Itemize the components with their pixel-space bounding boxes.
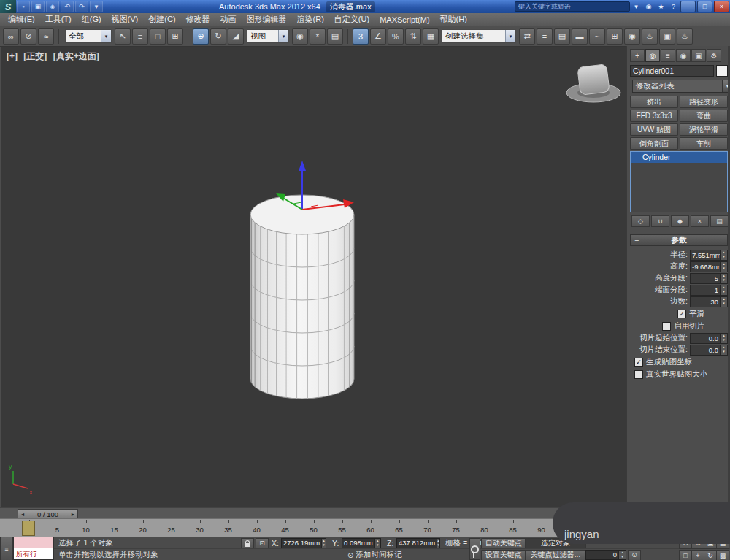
search-input[interactable]	[515, 1, 630, 12]
3dsmax-logo-icon[interactable]: S	[0, 0, 16, 13]
rectangular-selection-region-icon[interactable]: □	[150, 28, 166, 45]
height-field[interactable]: -9.668mm	[690, 261, 728, 272]
hierarchy-tab[interactable]: ≡	[661, 49, 675, 62]
radius-field[interactable]: 7.551mm	[690, 250, 728, 261]
object-color-swatch[interactable]	[716, 65, 728, 77]
schematic-view-icon[interactable]: ⊞	[607, 28, 623, 45]
select-and-manipulate-icon[interactable]: *	[310, 28, 326, 45]
bind-to-space-warp-icon[interactable]: ≈	[38, 28, 54, 45]
spinner[interactable]	[720, 297, 727, 307]
current-frame-field[interactable]: 0	[585, 550, 626, 560]
timeline-ruler[interactable]: 0510152025303540455055606570758085909510…	[0, 518, 626, 538]
time-slider-handle[interactable]: 0 / 100	[18, 509, 78, 519]
pan-icon[interactable]: +	[691, 550, 704, 560]
render-production-icon[interactable]: ♨	[677, 28, 693, 45]
favorites-icon[interactable]: ★	[656, 2, 666, 12]
curve-editor-icon[interactable]: ~	[589, 28, 605, 45]
selection-lock-toggle[interactable]	[241, 538, 254, 549]
sign-in-icon[interactable]: ◉	[643, 2, 654, 12]
select-object-icon[interactable]: ↖	[115, 28, 131, 45]
key-filters-button[interactable]: 关键点过滤器...	[525, 550, 586, 560]
height-segments-field[interactable]: 5	[690, 273, 728, 284]
modifier-set-button[interactable]: 车削	[680, 137, 728, 150]
dropdown-arrow-icon[interactable]	[101, 30, 111, 42]
menu-item[interactable]: 创建(C)	[143, 13, 180, 26]
maxscript-listener-icon[interactable]: ≡	[0, 537, 13, 560]
spinner[interactable]	[618, 551, 626, 559]
field-of-view-icon[interactable]: □	[679, 550, 692, 560]
create-tab[interactable]: +	[630, 49, 645, 62]
timeline-current-frame-handle[interactable]	[22, 521, 35, 536]
edit-named-selection-sets-icon[interactable]: ▦	[423, 28, 439, 45]
keyboard-shortcut-override-icon[interactable]: ▤	[327, 28, 343, 45]
spinner[interactable]	[720, 334, 727, 343]
menu-item[interactable]: 组(G)	[77, 13, 107, 26]
cap-segments-field[interactable]: 1	[690, 285, 728, 296]
snaps-toggle-icon[interactable]: 3	[353, 28, 369, 45]
new-scene-icon[interactable]: ▫	[17, 1, 30, 12]
search-dropdown-icon[interactable]: ▾	[631, 2, 642, 12]
cylinder-object[interactable]	[250, 215, 354, 399]
spinner-snap-toggle-icon[interactable]: ⇅	[405, 28, 421, 45]
viewport-pov-menu[interactable]: [正交]	[23, 51, 47, 61]
menu-item[interactable]: 渲染(R)	[292, 13, 329, 26]
auto-key-button[interactable]: 自动关键点	[481, 538, 526, 549]
x-coord-field[interactable]: 2726.19mm	[281, 538, 326, 548]
select-and-move-icon[interactable]: ⊕	[193, 28, 209, 45]
menu-item[interactable]: 视图(V)	[107, 13, 144, 26]
minimize-button[interactable]: –	[680, 1, 696, 12]
y-coord-field[interactable]: 0.098mm	[342, 538, 381, 548]
dropdown-arrow-icon[interactable]	[505, 30, 515, 42]
select-and-link-icon[interactable]: ∞	[3, 28, 19, 45]
real-world-map-size-checkbox[interactable]	[634, 370, 643, 379]
modifier-set-button[interactable]: 路径变形	[680, 96, 728, 108]
parameters-rollout-header[interactable]: − 参数	[630, 234, 728, 246]
select-and-rotate-icon[interactable]: ↻	[210, 28, 226, 45]
open-file-icon[interactable]: ▣	[31, 1, 45, 12]
menu-item[interactable]: 编辑(E)	[3, 13, 40, 26]
absolute-offset-toggle[interactable]: ⊡	[256, 538, 269, 549]
menu-item[interactable]: 工具(T)	[40, 13, 77, 26]
show-end-result-icon[interactable]: ∪	[651, 215, 669, 227]
add-time-tag-button[interactable]: 添加时间标记	[356, 550, 402, 560]
modifier-set-button[interactable]: 倒角剖面	[630, 137, 678, 150]
unlink-selection-icon[interactable]: ⊘	[20, 28, 36, 45]
menu-item[interactable]: 动画	[215, 13, 242, 26]
spinner[interactable]	[720, 262, 727, 272]
spinner[interactable]	[437, 539, 439, 548]
modifier-set-button[interactable]: 弯曲	[680, 110, 728, 122]
undo-icon[interactable]: ↶	[61, 1, 74, 12]
viewport-general-menu[interactable]: [+]	[7, 51, 18, 61]
selection-filter-dropdown[interactable]: 全部	[65, 29, 112, 43]
arc-rotate-icon[interactable]: ↻	[704, 550, 717, 560]
redo-icon[interactable]: ↷	[75, 1, 88, 12]
pin-stack-icon[interactable]: ◇	[631, 215, 650, 227]
graphite-ribbon-icon[interactable]: ▬	[572, 28, 588, 45]
spinner[interactable]	[374, 539, 380, 548]
maximize-button[interactable]: □	[697, 1, 712, 12]
generate-mapping-coords-checkbox[interactable]: ✓	[634, 358, 643, 367]
menu-item[interactable]: 图形编辑器	[242, 13, 292, 26]
listener-pane[interactable]: 所有行	[14, 548, 53, 559]
slice-on-checkbox[interactable]	[662, 322, 671, 331]
select-and-scale-icon[interactable]: ◢	[228, 28, 244, 45]
modifier-set-button[interactable]: 涡轮平滑	[680, 123, 728, 136]
mirror-icon[interactable]: ⇄	[519, 28, 535, 45]
select-by-name-icon[interactable]: ≡	[132, 28, 148, 45]
spinner[interactable]	[720, 250, 727, 260]
viewport-canvas[interactable]: y x	[1, 47, 626, 507]
track-bar[interactable]: 0 / 100	[0, 507, 626, 519]
modifier-stack[interactable]: Cylinder	[630, 151, 728, 212]
close-button[interactable]: ×	[714, 1, 729, 12]
modifier-stack-item[interactable]: Cylinder	[631, 152, 727, 163]
motion-tab[interactable]: ◉	[676, 49, 691, 62]
menu-item[interactable]: MAXScript(M)	[374, 13, 434, 26]
make-unique-icon[interactable]: ◆	[671, 215, 689, 227]
align-icon[interactable]: =	[537, 28, 553, 45]
help-icon[interactable]: ?	[668, 2, 679, 12]
rollout-collapse-icon[interactable]: −	[634, 236, 639, 245]
time-configuration-button[interactable]: ⊙	[628, 550, 641, 560]
rendered-frame-icon[interactable]: ▣	[659, 28, 675, 45]
utilities-tab[interactable]: ⚙	[707, 49, 721, 62]
remove-modifier-icon[interactable]: ×	[691, 215, 709, 227]
